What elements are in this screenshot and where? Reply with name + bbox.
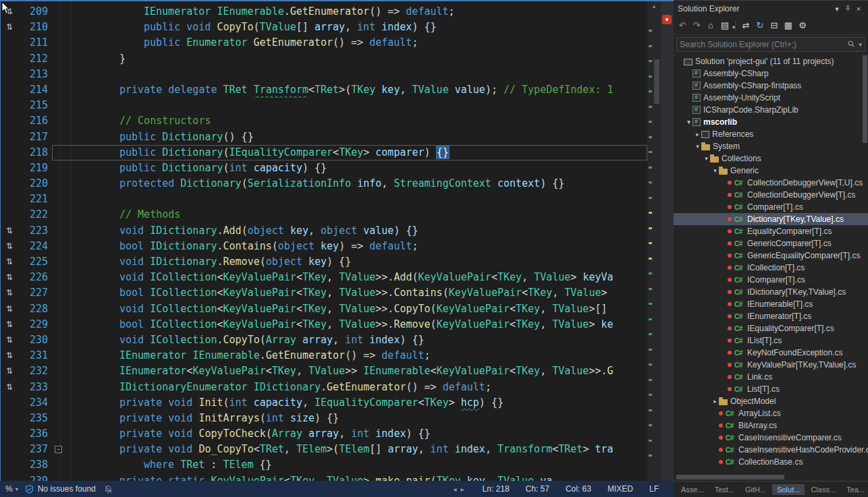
tree-item[interactable]: C#KeyNotFoundException.cs bbox=[674, 347, 868, 359]
line-text[interactable] bbox=[67, 98, 647, 113]
implements-icon[interactable]: ⇅ bbox=[1, 332, 18, 348]
tree-item[interactable]: C#Dictionary[TKey,TValue].cs bbox=[674, 213, 868, 225]
expander-icon[interactable]: ▾ bbox=[711, 167, 719, 174]
code-line[interactable]: 222// Methods bbox=[1, 207, 647, 223]
tree-item[interactable]: C#IDictionary[TKey,TValue].cs bbox=[674, 286, 868, 298]
code-line[interactable]: 237-private void Do_CopyTo<TRet, TElem>(… bbox=[1, 442, 647, 457]
line-number[interactable]: 223 bbox=[18, 223, 52, 239]
sync-with-active-document-icon[interactable]: ⇄ bbox=[740, 20, 752, 32]
tree-item[interactable]: C#List[T].cs bbox=[674, 383, 868, 395]
code-line[interactable]: 218public Dictionary(IEqualityComparer<T… bbox=[1, 145, 647, 160]
collapse-region-toggle[interactable]: - bbox=[55, 446, 62, 453]
tree-item[interactable]: Assembly-CSharp bbox=[674, 67, 868, 80]
line-text[interactable]: // Constructors bbox=[67, 113, 647, 129]
search-input[interactable]: Search Solution Explorer (Ctrl+;) ▾ bbox=[676, 37, 865, 52]
line-text[interactable]: protected Dictionary(SerializationInfo i… bbox=[67, 176, 647, 192]
tree-item[interactable]: Assembly-UnityScript bbox=[674, 92, 868, 104]
tool-tab[interactable]: Test... bbox=[710, 484, 739, 495]
window-position-icon[interactable]: ▾ bbox=[832, 5, 842, 13]
code-line[interactable]: 239private static KeyValuePair<TKey, TVa… bbox=[1, 473, 647, 481]
collapse-all-icon[interactable]: ⊟ bbox=[768, 20, 780, 32]
expander-icon[interactable]: ▸ bbox=[711, 398, 719, 405]
tool-tab[interactable]: Solut... bbox=[772, 484, 805, 495]
nav-forward-icon[interactable]: ↷ bbox=[690, 20, 703, 32]
implements-icon[interactable]: ⇅ bbox=[1, 285, 18, 301]
line-number[interactable]: 229 bbox=[18, 317, 52, 332]
code-line[interactable]: ⇅226void ICollection<KeyValuePair<TKey, … bbox=[1, 270, 647, 285]
properties-icon[interactable]: ⚙ bbox=[796, 20, 809, 32]
expander-icon[interactable]: ▸ bbox=[694, 131, 701, 138]
implements-icon[interactable]: ⇅ bbox=[1, 380, 18, 395]
implements-icon[interactable]: ⇅ bbox=[1, 301, 18, 317]
notifications-muted-icon[interactable] bbox=[104, 485, 113, 494]
line-text[interactable] bbox=[67, 192, 647, 207]
line-number[interactable]: 217 bbox=[18, 129, 52, 145]
tree-item[interactable]: C#BitArray.cs bbox=[674, 419, 868, 432]
line-number[interactable]: 222 bbox=[18, 207, 52, 223]
code-line[interactable]: ⇅228void ICollection<KeyValuePair<TKey, … bbox=[1, 301, 647, 317]
line-number[interactable]: 232 bbox=[18, 363, 52, 379]
line-text[interactable]: public void CopyTo(TValue[] array, int i… bbox=[67, 20, 647, 35]
tree-item[interactable]: ▾Collections bbox=[674, 152, 868, 165]
line-number[interactable]: 211 bbox=[18, 35, 52, 51]
line-text[interactable]: } bbox=[67, 51, 647, 67]
expander-icon[interactable]: ▾ bbox=[694, 143, 701, 150]
line-number[interactable]: 231 bbox=[18, 348, 52, 363]
line-text[interactable]: private delegate TRet Transform<TRet>(TK… bbox=[67, 82, 647, 98]
tree-item[interactable]: ▾Generic bbox=[674, 165, 868, 177]
line-number[interactable]: 215 bbox=[18, 98, 52, 113]
implements-icon[interactable]: ⇅ bbox=[1, 270, 18, 285]
line-number[interactable]: 221 bbox=[18, 192, 52, 207]
line-number[interactable]: 212 bbox=[18, 51, 52, 67]
search-options-caret-icon[interactable]: ▾ bbox=[859, 41, 862, 48]
implements-icon[interactable]: ⇅ bbox=[1, 223, 18, 239]
code-line[interactable]: 221 bbox=[1, 192, 647, 207]
code-line[interactable]: 234private void Init(int capacity, IEqua… bbox=[1, 395, 647, 411]
zoom-caret-icon[interactable]: ▾ bbox=[16, 486, 18, 492]
line-ending-indicator[interactable]: LF bbox=[649, 484, 659, 494]
tree-item[interactable]: ▸ObjectModel bbox=[674, 395, 868, 407]
tree-item[interactable]: C#Comparer[T].cs bbox=[674, 201, 868, 213]
tree-item[interactable]: C#IEqualityComparer[T].cs bbox=[674, 322, 868, 334]
tree-item[interactable]: C#IEnumerable[T].cs bbox=[674, 298, 868, 310]
code-editor[interactable]: ⇅209IEnumerator IEnumerable.GetEnumerato… bbox=[0, 0, 674, 481]
code-line[interactable]: ⇅209IEnumerator IEnumerable.GetEnumerato… bbox=[1, 4, 647, 20]
editor-scrollbar[interactable]: ▴ bbox=[647, 1, 661, 481]
line-number[interactable]: 234 bbox=[18, 395, 52, 411]
line-number[interactable]: 209 bbox=[18, 4, 52, 20]
zoom-level[interactable]: % bbox=[5, 484, 13, 494]
line-number[interactable]: 235 bbox=[18, 411, 52, 426]
code-line[interactable]: 220protected Dictionary(SerializationInf… bbox=[1, 176, 647, 192]
code-line[interactable]: ⇅232IEnumerator<KeyValuePair<TKey, TValu… bbox=[1, 363, 647, 379]
line-text[interactable]: void ICollection<KeyValuePair<TKey, TVal… bbox=[67, 301, 647, 317]
line-text[interactable]: void IDictionary.Remove(object key) {} bbox=[67, 254, 647, 270]
tool-tab[interactable]: GitH... bbox=[740, 484, 771, 495]
implements-icon[interactable]: ⇅ bbox=[1, 348, 18, 363]
tree-item[interactable]: C#EqualityComparer[T].cs bbox=[674, 225, 868, 237]
line-number[interactable]: 214 bbox=[18, 82, 52, 98]
tree-item[interactable]: ▾mscorlib bbox=[674, 116, 868, 128]
tree-item[interactable]: C#CaseInsensitiveComparer.cs bbox=[674, 432, 868, 444]
scrollbar-up-icon[interactable]: ▴ bbox=[647, 1, 661, 11]
line-text[interactable]: void ICollection.CopyTo(Array array, int… bbox=[67, 332, 647, 348]
line-number[interactable]: 224 bbox=[18, 239, 52, 254]
tree-item[interactable]: C#Link.cs bbox=[674, 371, 868, 383]
scrollbar-thumb[interactable] bbox=[863, 55, 867, 143]
tree-item[interactable]: C#ICollection[T].cs bbox=[674, 262, 868, 274]
se-horizontal-scrollbar[interactable] bbox=[675, 474, 867, 480]
line-text[interactable]: where TRet : TElem {} bbox=[67, 457, 647, 473]
code-line[interactable]: 213 bbox=[1, 67, 647, 82]
scrollbar-thumb[interactable] bbox=[676, 475, 784, 479]
line-text[interactable]: public Enumerator GetEnumerator() => def… bbox=[67, 35, 647, 51]
code-line[interactable]: 236private void CopyToCheck(Array array,… bbox=[1, 426, 647, 442]
code-pane[interactable]: ⇅209IEnumerator IEnumerable.GetEnumerato… bbox=[1, 1, 647, 481]
line-text[interactable]: IEnumerator IEnumerable.GetEnumerator() … bbox=[67, 348, 647, 363]
caret-back-icon[interactable]: ◂ bbox=[453, 486, 456, 493]
tree-item[interactable]: C#GenericEqualityComparer[T].cs bbox=[674, 250, 868, 262]
tree-item[interactable]: C#KeyValuePair[TKey,TValue].cs bbox=[674, 359, 868, 371]
search-icon[interactable] bbox=[847, 40, 855, 50]
tree-item[interactable]: ▸References bbox=[674, 128, 868, 140]
line-text[interactable]: public Dictionary(int capacity) {} bbox=[67, 160, 647, 176]
line-text[interactable]: IEnumerator<KeyValuePair<TKey, TValue>> … bbox=[67, 363, 647, 379]
implements-icon[interactable]: ⇅ bbox=[1, 254, 18, 270]
